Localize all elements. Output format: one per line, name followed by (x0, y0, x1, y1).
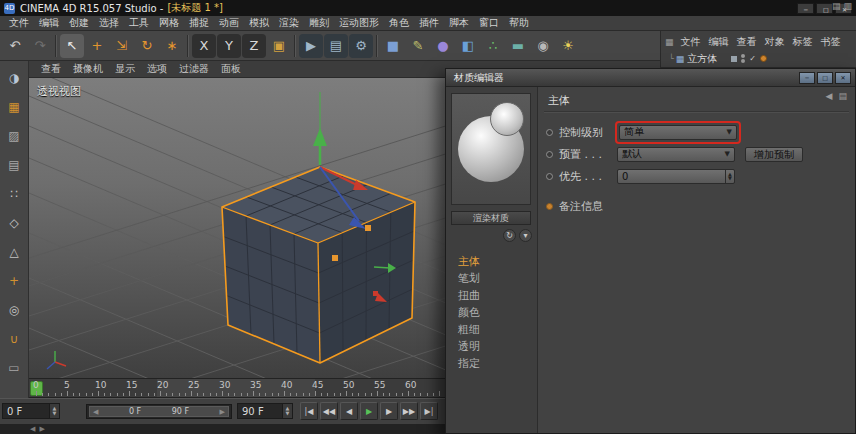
menu-item[interactable]: 显示 (109, 62, 141, 76)
bend-deformer-button[interactable]: ◧ (456, 34, 480, 58)
enable-snap-button[interactable]: ∪ (3, 328, 25, 350)
menu-item[interactable]: 插件 (414, 16, 444, 30)
floor-button[interactable]: ▬ (506, 34, 530, 58)
object-row-cube[interactable]: └ ▦ 立方体 ✓ (661, 51, 856, 66)
layer-color-icon[interactable] (731, 56, 737, 62)
menu-item[interactable]: 查看 (733, 35, 761, 49)
preview-options-icon[interactable]: ▾ (519, 229, 532, 242)
enable-check-icon[interactable]: ✓ (749, 54, 756, 63)
menu-item[interactable]: 编辑 (705, 35, 733, 49)
strip-next-icon[interactable]: ▶ (39, 425, 44, 433)
keyframe-dot-icon[interactable] (546, 173, 553, 180)
frame-spinner[interactable]: ▲▼ (49, 404, 59, 418)
range-left-arrow-icon[interactable]: ◀ (93, 408, 98, 416)
menu-item[interactable]: 对象 (761, 35, 789, 49)
menu-item[interactable]: 过滤器 (173, 62, 215, 76)
goto-start-button[interactable]: |◀ (300, 402, 318, 420)
lock-z-axis-button[interactable]: Z (242, 34, 266, 58)
goto-end-button[interactable]: ▶| (420, 402, 438, 420)
menu-item[interactable]: 创建 (64, 16, 94, 30)
preview-refresh-icon[interactable]: ↻ (503, 229, 516, 242)
prev-frame-button[interactable]: ◀ (340, 402, 358, 420)
menu-item[interactable]: 文件 (677, 35, 705, 49)
menu-item[interactable]: 渲染 (274, 16, 304, 30)
workplane-mode-button[interactable]: ▤ (3, 154, 25, 176)
timeline-ruler[interactable]: 051015202530354045505560 (29, 378, 445, 398)
range-handle[interactable]: ◀ 0 F 90 F ▶ (89, 406, 229, 417)
menu-item[interactable]: 运动图形 (334, 16, 384, 30)
menu-item[interactable]: 标签 (789, 35, 817, 49)
visibility-dots[interactable] (741, 54, 745, 63)
strip-prev-icon[interactable]: ◀ (30, 425, 35, 433)
me-minimize-button[interactable]: ─ (799, 72, 815, 84)
material-channel-item[interactable]: 透明 (446, 338, 537, 355)
keyframe-dot-icon[interactable] (546, 129, 553, 136)
texture-mode-button[interactable]: ▨ (3, 125, 25, 147)
keyframe-dot-icon[interactable] (546, 203, 553, 210)
menu-item[interactable]: 面板 (215, 62, 247, 76)
menu-item[interactable]: 选项 (141, 62, 173, 76)
menu-item[interactable]: 帮助 (504, 16, 534, 30)
minimize-button[interactable]: ─ (797, 3, 814, 14)
menu-item[interactable]: 书签 (817, 35, 845, 49)
panel-menu-icon[interactable]: ▤ (838, 91, 847, 101)
menu-item[interactable]: 雕刻 (304, 16, 334, 30)
material-channel-item[interactable]: 指定 (446, 355, 537, 372)
next-key-button[interactable]: ▶▶ (400, 402, 418, 420)
viewport-solo-button[interactable]: ◎ (3, 299, 25, 321)
lock-y-axis-button[interactable]: Y (217, 34, 241, 58)
material-channel-item[interactable]: 扭曲 (446, 287, 537, 304)
lock-x-axis-button[interactable]: X (192, 34, 216, 58)
play-button[interactable]: ▶ (360, 402, 378, 420)
menu-item[interactable]: 角色 (384, 16, 414, 30)
menu-item[interactable]: 动画 (214, 16, 244, 30)
move-tool-button[interactable]: + (85, 34, 109, 58)
edges-mode-button[interactable]: ◇ (3, 212, 25, 234)
prev-key-button[interactable]: ◀◀ (320, 402, 338, 420)
control-level-dropdown[interactable]: 简单 ▼ (619, 125, 737, 140)
workplane-lock-button[interactable]: ▭ (3, 357, 25, 379)
menu-item[interactable]: 编辑 (34, 16, 64, 30)
material-channel-item[interactable]: 颜色 (446, 304, 537, 321)
pen-tool-button[interactable]: ✎ (406, 34, 430, 58)
menu-item[interactable]: 窗口 (474, 16, 504, 30)
material-channel-item[interactable]: 粗细 (446, 321, 537, 338)
light-button[interactable]: ☀ (556, 34, 580, 58)
layout-split-icon[interactable]: ▥ (843, 1, 852, 11)
material-channel-item[interactable]: 主体 (446, 253, 537, 270)
scale-tool-button[interactable]: ⇲ (110, 34, 134, 58)
cloner-button[interactable]: ∴ (481, 34, 505, 58)
material-tag-icon[interactable] (760, 55, 767, 62)
menu-item[interactable]: 摄像机 (67, 62, 109, 76)
menu-item[interactable]: 查看 (35, 62, 67, 76)
next-frame-button[interactable]: ▶ (380, 402, 398, 420)
material-preview[interactable] (451, 93, 531, 205)
render-material-button[interactable]: 渲染材质 (451, 211, 531, 225)
model-mode-button[interactable]: ▦ (3, 96, 25, 118)
me-maximize-button[interactable]: □ (817, 72, 833, 84)
end-frame-field[interactable]: 90 F ▲▼ (237, 403, 293, 419)
camera-button[interactable]: ◉ (531, 34, 555, 58)
timeline-range-slider[interactable]: ◀ 0 F 90 F ▶ (86, 404, 232, 419)
menu-item[interactable]: 网格 (154, 16, 184, 30)
frame-spinner[interactable]: ▲▼ (282, 404, 292, 418)
layout-single-icon[interactable]: ▤ (832, 1, 841, 11)
enable-axis-button[interactable]: + (3, 270, 25, 292)
range-right-arrow-icon[interactable]: ▶ (220, 408, 225, 416)
material-editor-titlebar[interactable]: 材质编辑器 ─ □ ✕ (446, 69, 855, 87)
subdivision-surface-button[interactable]: ● (431, 34, 455, 58)
menu-item[interactable]: 选择 (94, 16, 124, 30)
add-preset-button[interactable]: 增加预制 (745, 147, 803, 162)
viewport-view-label[interactable]: 透视视图 (37, 84, 81, 99)
render-picture-viewer-button[interactable]: ▤ (324, 34, 348, 58)
menu-item[interactable]: 文件 (4, 16, 34, 30)
last-tool-button[interactable]: ∗ (160, 34, 184, 58)
render-view-button[interactable]: ▶ (299, 34, 323, 58)
back-arrow-icon[interactable]: ◀ (826, 91, 833, 101)
preset-dropdown[interactable]: 默认 ▼ (617, 147, 735, 162)
menu-item[interactable]: 捕捉 (184, 16, 214, 30)
make-editable-button[interactable]: ◑ (3, 67, 25, 89)
current-frame-field[interactable]: 0 F ▲▼ (2, 403, 60, 419)
menu-item[interactable]: 工具 (124, 16, 154, 30)
me-close-button[interactable]: ✕ (835, 72, 851, 84)
